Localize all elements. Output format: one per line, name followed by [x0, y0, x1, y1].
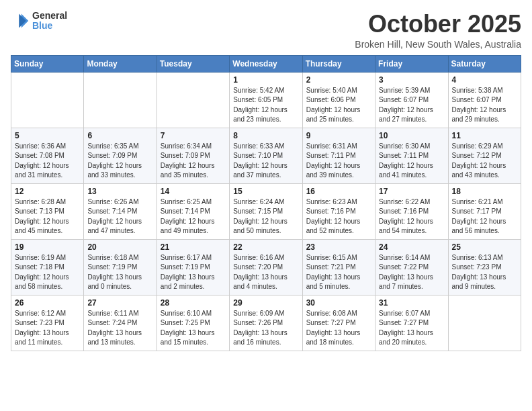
- calendar-cell: 25Sunrise: 6:13 AM Sunset: 7:23 PM Dayli…: [448, 239, 521, 295]
- logo-blue-text: Blue: [32, 21, 67, 31]
- day-number: 21: [161, 242, 226, 252]
- logo-icon: [11, 11, 30, 30]
- calendar-cell: 6Sunrise: 6:35 AM Sunset: 7:09 PM Daylig…: [84, 128, 157, 183]
- day-number: 15: [233, 187, 298, 196]
- title-block: October 2025 Broken Hill, New South Wale…: [355, 11, 521, 50]
- calendar-cell: 2Sunrise: 5:40 AM Sunset: 6:06 PM Daylig…: [302, 72, 375, 128]
- day-number: 3: [379, 75, 444, 85]
- day-info: Sunrise: 6:13 AM Sunset: 7:23 PM Dayligh…: [452, 253, 517, 292]
- calendar-cell: 29Sunrise: 6:09 AM Sunset: 7:26 PM Dayli…: [230, 295, 302, 351]
- day-info: Sunrise: 6:23 AM Sunset: 7:16 PM Dayligh…: [306, 197, 371, 236]
- col-header-monday: Monday: [84, 55, 157, 72]
- day-info: Sunrise: 6:17 AM Sunset: 7:19 PM Dayligh…: [161, 253, 226, 292]
- day-info: Sunrise: 6:29 AM Sunset: 7:12 PM Dayligh…: [452, 142, 517, 181]
- calendar-cell: 16Sunrise: 6:23 AM Sunset: 7:16 PM Dayli…: [302, 183, 375, 239]
- day-info: Sunrise: 6:25 AM Sunset: 7:14 PM Dayligh…: [161, 197, 226, 236]
- calendar-week-row: 12Sunrise: 6:28 AM Sunset: 7:13 PM Dayli…: [11, 183, 521, 239]
- calendar-cell: 1Sunrise: 5:42 AM Sunset: 6:05 PM Daylig…: [230, 72, 302, 128]
- calendar-cell: [448, 295, 521, 351]
- day-number: 16: [306, 187, 371, 196]
- calendar-cell: 11Sunrise: 6:29 AM Sunset: 7:12 PM Dayli…: [448, 128, 521, 183]
- calendar-cell: 3Sunrise: 5:39 AM Sunset: 6:07 PM Daylig…: [375, 72, 448, 128]
- logo-text: General Blue: [32, 11, 67, 32]
- calendar-cell: 20Sunrise: 6:18 AM Sunset: 7:19 PM Dayli…: [84, 239, 157, 295]
- calendar-cell: [157, 72, 229, 128]
- calendar-header-row: SundayMondayTuesdayWednesdayThursdayFrid…: [11, 55, 521, 72]
- day-number: 19: [15, 242, 80, 252]
- calendar-cell: 15Sunrise: 6:24 AM Sunset: 7:15 PM Dayli…: [230, 183, 302, 239]
- calendar-cell: 14Sunrise: 6:25 AM Sunset: 7:14 PM Dayli…: [157, 183, 229, 239]
- day-number: 17: [379, 187, 444, 196]
- calendar-cell: 17Sunrise: 6:22 AM Sunset: 7:16 PM Dayli…: [375, 183, 448, 239]
- day-info: Sunrise: 5:42 AM Sunset: 6:05 PM Dayligh…: [233, 86, 298, 125]
- day-number: 4: [452, 75, 517, 85]
- calendar-cell: 12Sunrise: 6:28 AM Sunset: 7:13 PM Dayli…: [11, 183, 84, 239]
- day-info: Sunrise: 6:28 AM Sunset: 7:13 PM Dayligh…: [15, 197, 80, 236]
- day-info: Sunrise: 6:24 AM Sunset: 7:15 PM Dayligh…: [233, 197, 298, 236]
- day-number: 6: [87, 131, 152, 140]
- calendar-cell: 7Sunrise: 6:34 AM Sunset: 7:09 PM Daylig…: [157, 128, 229, 183]
- day-number: 2: [306, 75, 371, 85]
- day-number: 8: [233, 131, 298, 140]
- day-number: 26: [15, 298, 80, 308]
- day-info: Sunrise: 5:40 AM Sunset: 6:06 PM Dayligh…: [306, 86, 371, 125]
- calendar-cell: [84, 72, 157, 128]
- day-info: Sunrise: 6:18 AM Sunset: 7:19 PM Dayligh…: [87, 253, 152, 292]
- location-text: Broken Hill, New South Wales, Australia: [355, 39, 521, 50]
- calendar-cell: 31Sunrise: 6:07 AM Sunset: 7:27 PM Dayli…: [375, 295, 448, 351]
- day-number: 27: [87, 298, 152, 308]
- day-info: Sunrise: 6:07 AM Sunset: 7:27 PM Dayligh…: [379, 309, 444, 348]
- day-number: 20: [87, 242, 152, 252]
- day-info: Sunrise: 6:08 AM Sunset: 7:27 PM Dayligh…: [306, 309, 371, 348]
- day-info: Sunrise: 6:14 AM Sunset: 7:22 PM Dayligh…: [379, 253, 444, 292]
- calendar-cell: 26Sunrise: 6:12 AM Sunset: 7:23 PM Dayli…: [11, 295, 84, 351]
- logo-general-text: General: [32, 11, 67, 21]
- day-info: Sunrise: 6:21 AM Sunset: 7:17 PM Dayligh…: [452, 197, 517, 236]
- calendar-cell: 21Sunrise: 6:17 AM Sunset: 7:19 PM Dayli…: [157, 239, 229, 295]
- calendar-table: SundayMondayTuesdayWednesdayThursdayFrid…: [11, 55, 521, 351]
- day-number: 10: [379, 131, 444, 140]
- day-info: Sunrise: 6:19 AM Sunset: 7:18 PM Dayligh…: [15, 253, 80, 292]
- col-header-thursday: Thursday: [302, 55, 375, 72]
- day-info: Sunrise: 6:12 AM Sunset: 7:23 PM Dayligh…: [15, 309, 80, 348]
- calendar-cell: [11, 72, 84, 128]
- day-number: 7: [161, 131, 226, 140]
- calendar-week-row: 1Sunrise: 5:42 AM Sunset: 6:05 PM Daylig…: [11, 72, 521, 128]
- day-number: 14: [161, 187, 226, 196]
- day-number: 12: [15, 187, 80, 196]
- day-number: 13: [87, 187, 152, 196]
- day-number: 31: [379, 298, 444, 308]
- calendar-cell: 28Sunrise: 6:10 AM Sunset: 7:25 PM Dayli…: [157, 295, 229, 351]
- col-header-tuesday: Tuesday: [157, 55, 229, 72]
- day-number: 28: [161, 298, 226, 308]
- month-title: October 2025: [355, 11, 521, 38]
- calendar-cell: 5Sunrise: 6:36 AM Sunset: 7:08 PM Daylig…: [11, 128, 84, 183]
- calendar-cell: 24Sunrise: 6:14 AM Sunset: 7:22 PM Dayli…: [375, 239, 448, 295]
- col-header-sunday: Sunday: [11, 55, 84, 72]
- col-header-saturday: Saturday: [448, 55, 521, 72]
- calendar-cell: 4Sunrise: 5:38 AM Sunset: 6:07 PM Daylig…: [448, 72, 521, 128]
- day-number: 1: [233, 75, 298, 85]
- calendar-cell: 18Sunrise: 6:21 AM Sunset: 7:17 PM Dayli…: [448, 183, 521, 239]
- calendar-week-row: 19Sunrise: 6:19 AM Sunset: 7:18 PM Dayli…: [11, 239, 521, 295]
- day-info: Sunrise: 6:35 AM Sunset: 7:09 PM Dayligh…: [87, 142, 152, 181]
- day-number: 29: [233, 298, 298, 308]
- day-info: Sunrise: 6:36 AM Sunset: 7:08 PM Dayligh…: [15, 142, 80, 181]
- calendar-cell: 9Sunrise: 6:31 AM Sunset: 7:11 PM Daylig…: [302, 128, 375, 183]
- day-number: 11: [452, 131, 517, 140]
- calendar-cell: 13Sunrise: 6:26 AM Sunset: 7:14 PM Dayli…: [84, 183, 157, 239]
- day-info: Sunrise: 6:11 AM Sunset: 7:24 PM Dayligh…: [87, 309, 152, 348]
- day-info: Sunrise: 6:16 AM Sunset: 7:20 PM Dayligh…: [233, 253, 298, 292]
- day-number: 9: [306, 131, 371, 140]
- calendar-cell: 23Sunrise: 6:15 AM Sunset: 7:21 PM Dayli…: [302, 239, 375, 295]
- calendar-cell: 30Sunrise: 6:08 AM Sunset: 7:27 PM Dayli…: [302, 295, 375, 351]
- day-info: Sunrise: 5:39 AM Sunset: 6:07 PM Dayligh…: [379, 86, 444, 125]
- col-header-friday: Friday: [375, 55, 448, 72]
- day-info: Sunrise: 5:38 AM Sunset: 6:07 PM Dayligh…: [452, 86, 517, 125]
- calendar-week-row: 26Sunrise: 6:12 AM Sunset: 7:23 PM Dayli…: [11, 295, 521, 351]
- calendar-cell: 10Sunrise: 6:30 AM Sunset: 7:11 PM Dayli…: [375, 128, 448, 183]
- day-number: 18: [452, 187, 517, 196]
- day-number: 30: [306, 298, 371, 308]
- day-number: 5: [15, 131, 80, 140]
- calendar-cell: 19Sunrise: 6:19 AM Sunset: 7:18 PM Dayli…: [11, 239, 84, 295]
